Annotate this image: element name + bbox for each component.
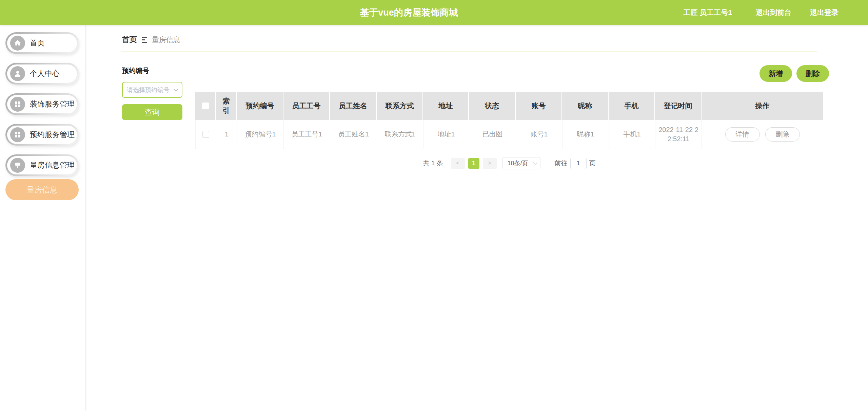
table-row: 1 预约编号1 员工工号1 员工姓名1 联系方式1 地址1 已出图 账号1 昵称… — [195, 120, 823, 149]
filter-label: 预约编号 — [122, 66, 149, 75]
sidebar-item-personal-center[interactable]: 个人中心 — [5, 63, 79, 85]
cell-operations: 详情 删除 — [702, 120, 823, 149]
measure-info-table: 索引 预约编号 员工工号 员工姓名 联系方式 地址 状态 账号 昵称 手机 登记… — [195, 92, 823, 149]
page-number-active[interactable]: 1 — [468, 158, 479, 169]
chevron-down-icon — [533, 161, 537, 165]
app-title: 基于vue的房屋装饰商城 — [360, 6, 458, 19]
sidebar-item-label: 预约服务管理 — [30, 130, 75, 140]
cell-employee-no: 员工工号1 — [284, 120, 330, 149]
col-header-phone: 手机 — [609, 92, 655, 120]
breadcrumb-current: 量房信息 — [152, 35, 180, 44]
cell-contact: 联系方式1 — [377, 120, 423, 149]
query-button[interactable]: 查询 — [122, 104, 182, 120]
next-page-button[interactable]: > — [483, 158, 497, 169]
col-header-account: 账号 — [516, 92, 562, 120]
cell-register-time: 2022-11-22 22:52:11 — [655, 120, 702, 149]
app-header: 基于vue的房屋装饰商城 工匠 员工工号1 退出到前台 退出登录 — [0, 0, 868, 25]
row-checkbox[interactable] — [202, 131, 209, 138]
cell-booking-no: 预约编号1 — [237, 120, 284, 149]
booking-no-select[interactable]: 请选择预约编号 — [122, 82, 182, 98]
delete-button[interactable]: 删除 — [796, 65, 829, 82]
breadcrumb-separator-icon — [142, 37, 147, 43]
add-button[interactable]: 新增 — [760, 65, 792, 82]
chevron-down-icon — [174, 87, 178, 91]
grid-icon — [10, 97, 25, 112]
pagination: 共 1 条 < 1 > 10条/页 前往 1 页 — [195, 157, 823, 169]
page-size-select[interactable]: 10条/页 — [502, 157, 540, 169]
col-header-nickname: 昵称 — [562, 92, 609, 120]
main-content: 首页 量房信息 预约编号 请选择预约编号 查询 新增 删除 索引 预约编号 员工… — [85, 25, 868, 411]
sidebar-item-home[interactable]: 首页 — [5, 32, 79, 54]
col-header-index: 索引 — [216, 92, 237, 120]
select-placeholder: 请选择预约编号 — [127, 86, 170, 94]
grid-icon — [10, 127, 25, 142]
pagination-total: 共 1 条 — [423, 159, 443, 168]
cell-address: 地址1 — [423, 120, 469, 149]
goto-page-input[interactable]: 1 — [570, 158, 587, 169]
col-header-employee-name: 员工姓名 — [330, 92, 377, 120]
prev-page-button[interactable]: < — [451, 158, 465, 169]
cell-employee-name: 员工姓名1 — [330, 120, 377, 149]
goto-suffix: 页 — [589, 159, 596, 168]
col-header-register-time: 登记时间 — [655, 92, 702, 120]
row-delete-button[interactable]: 删除 — [765, 127, 800, 142]
select-all-checkbox[interactable] — [202, 102, 209, 109]
col-header-address: 地址 — [423, 92, 469, 120]
col-header-operations: 操作 — [702, 92, 823, 120]
paint-roller-icon — [10, 158, 25, 173]
cell-phone: 手机1 — [609, 120, 655, 149]
header-right-nav: 工匠 员工工号1 退出到前台 退出登录 — [683, 0, 839, 25]
logout-link[interactable]: 退出登录 — [810, 8, 839, 17]
page-size-value: 10条/页 — [508, 159, 528, 167]
home-icon — [10, 36, 25, 51]
sidebar-item-label: 量房信息管理 — [30, 160, 75, 170]
detail-button[interactable]: 详情 — [725, 127, 760, 142]
sidebar-item-booking-service[interactable]: 预约服务管理 — [5, 124, 79, 146]
cell-nickname: 昵称1 — [563, 120, 609, 149]
sidebar-item-label: 装饰服务管理 — [30, 99, 75, 109]
user-icon — [10, 66, 25, 81]
select-all-header-cell — [195, 92, 216, 120]
sidebar-item-label: 个人中心 — [30, 69, 60, 79]
breadcrumb: 首页 量房信息 — [122, 34, 180, 45]
sidebar-subitem-measure-info-active[interactable]: 量房信息 — [5, 179, 79, 200]
table-header-row: 索引 预约编号 员工工号 员工姓名 联系方式 地址 状态 账号 昵称 手机 登记… — [195, 92, 823, 120]
sidebar: 首页 个人中心 装饰服务管理 预约服务管理 — [0, 25, 85, 411]
sidebar-item-label: 首页 — [30, 38, 45, 48]
cell-index: 1 — [216, 120, 237, 149]
breadcrumb-home[interactable]: 首页 — [122, 35, 137, 45]
col-header-status: 状态 — [469, 92, 516, 120]
cell-status: 已出图 — [469, 120, 516, 149]
exit-to-front-link[interactable]: 退出到前台 — [756, 8, 791, 17]
sidebar-item-decoration-service[interactable]: 装饰服务管理 — [5, 93, 79, 115]
cell-account: 账号1 — [516, 120, 563, 149]
sidebar-item-measure-info-mgmt[interactable]: 量房信息管理 — [5, 154, 79, 176]
col-header-contact: 联系方式 — [377, 92, 423, 120]
col-header-employee-no: 员工工号 — [283, 92, 330, 120]
col-header-booking-no: 预约编号 — [237, 92, 283, 120]
goto-prefix: 前往 — [555, 159, 568, 168]
toolbar: 新增 删除 — [760, 65, 829, 82]
goto-page-group: 前往 1 页 — [555, 158, 596, 169]
user-role-label: 工匠 员工工号1 — [683, 8, 732, 17]
row-select-cell — [196, 120, 216, 149]
breadcrumb-divider — [121, 52, 817, 52]
sidebar-subitem-label: 量房信息 — [26, 185, 58, 195]
